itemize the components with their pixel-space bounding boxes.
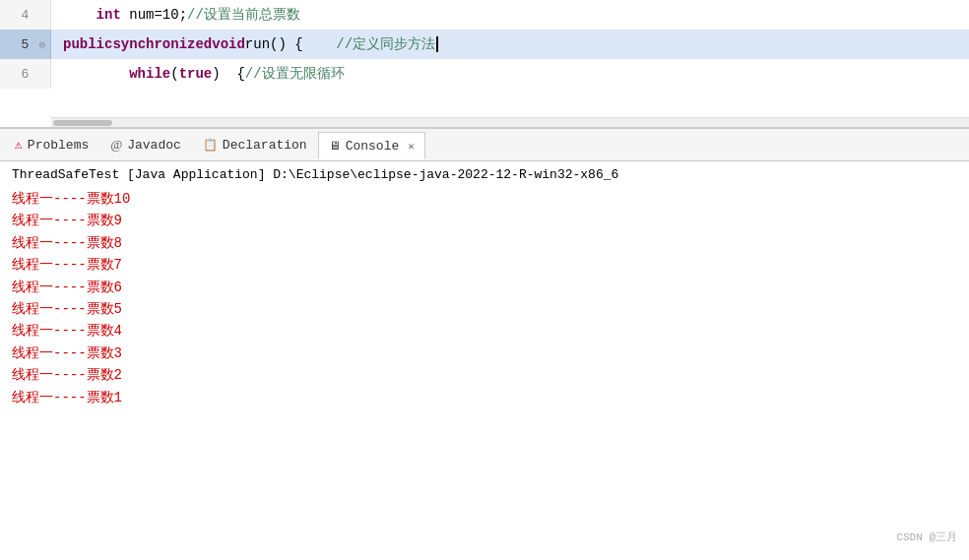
console-line-6: 线程一----票数5 xyxy=(12,298,957,320)
tab-javadoc[interactable]: @ Javadoc xyxy=(99,131,192,158)
line-content-5: public synchronized void run() { //定义同步方… xyxy=(51,35,969,53)
tab-declaration[interactable]: 📋 Declaration xyxy=(192,131,318,158)
console-line-10: 线程一----票数1 xyxy=(12,387,957,408)
console-output: 线程一----票数10 线程一----票数9 线程一----票数8 线程一---… xyxy=(12,188,957,408)
line-number-6: 6 xyxy=(0,67,34,82)
console-line-2: 线程一----票数9 xyxy=(12,210,957,231)
line-indicator-5[interactable]: ⊖ xyxy=(34,38,50,51)
tab-javadoc-label: Javadoc xyxy=(127,138,181,153)
tab-bar: ⚠ Problems @ Javadoc 📋 Declaration 🖥 Con… xyxy=(0,128,969,161)
console-header: ThreadSafeTest [Java Application] D:\Ecl… xyxy=(12,167,957,182)
console-line-8: 线程一----票数3 xyxy=(12,342,957,364)
horizontal-scrollbar[interactable] xyxy=(51,117,969,127)
console-icon: 🖥 xyxy=(329,139,341,154)
console-line-1: 线程一----票数10 xyxy=(12,188,957,210)
console-line-9: 线程一----票数2 xyxy=(12,364,957,386)
code-line-4: 4 int num=10;//设置当前总票数 xyxy=(0,0,969,30)
console-line-5: 线程一----票数6 xyxy=(12,277,957,298)
console-line-3: 线程一----票数8 xyxy=(12,232,957,254)
line-content-4: int num=10;//设置当前总票数 xyxy=(51,6,969,24)
line-number-5: 5 xyxy=(0,37,34,52)
editor-area: 4 int num=10;//设置当前总票数 5 ⊖ public synchr… xyxy=(0,0,969,128)
console-close-button[interactable]: ✕ xyxy=(408,140,415,153)
javadoc-icon: @ xyxy=(110,137,122,153)
line-content-6: while(true) {//设置无限循环 xyxy=(51,65,969,83)
console-line-7: 线程一----票数4 xyxy=(12,320,957,342)
problems-icon: ⚠ xyxy=(15,137,23,153)
console-line-4: 线程一----票数7 xyxy=(12,254,957,276)
watermark: CSDN @三月 xyxy=(896,529,957,544)
declaration-icon: 📋 xyxy=(203,138,218,153)
tab-console-label: Console xyxy=(346,139,400,154)
console-area: ThreadSafeTest [Java Application] D:\Ecl… xyxy=(0,161,969,550)
tab-problems[interactable]: ⚠ Problems xyxy=(4,131,99,158)
code-line-6: 6 while(true) {//设置无限循环 xyxy=(0,59,969,89)
tab-declaration-label: Declaration xyxy=(223,138,307,153)
scrollbar-thumb[interactable] xyxy=(53,120,112,126)
line-number-4: 4 xyxy=(0,8,34,23)
tab-console[interactable]: 🖥 Console ✕ xyxy=(318,132,425,159)
code-line-5: 5 ⊖ public synchronized void run() { //定… xyxy=(0,30,969,59)
tab-problems-label: Problems xyxy=(28,138,89,153)
